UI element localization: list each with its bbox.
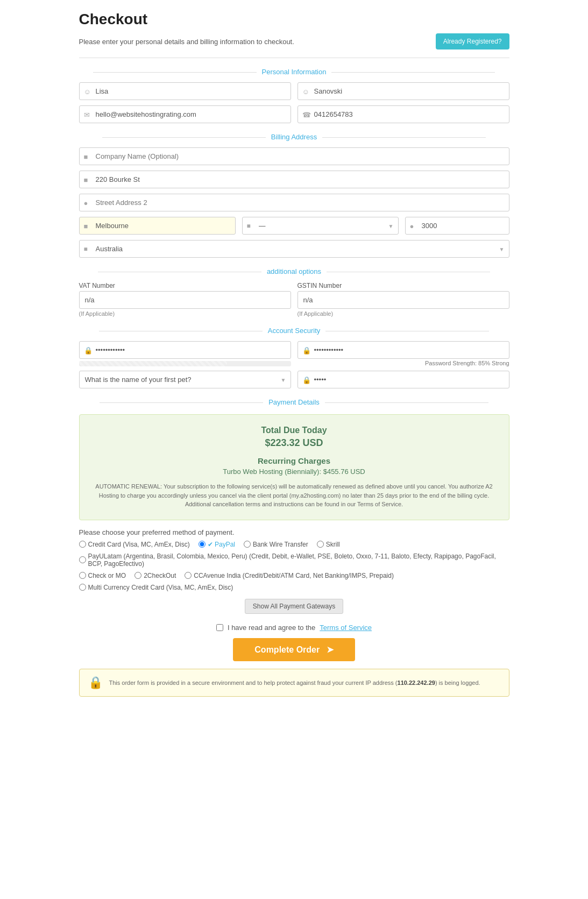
postcode-input[interactable] bbox=[405, 217, 509, 235]
payment-radio-bank-wire[interactable] bbox=[244, 541, 251, 548]
city-input[interactable] bbox=[79, 217, 236, 235]
payment-radio-skrill[interactable] bbox=[317, 541, 324, 548]
payment-radio-paypal[interactable] bbox=[199, 541, 206, 548]
lock-icon-2: 🔒 bbox=[302, 346, 311, 354]
strength-text: Password Strength: 85% Strong bbox=[297, 360, 509, 366]
password-input[interactable] bbox=[79, 341, 291, 359]
user-icon-2: ☺ bbox=[302, 87, 309, 95]
security-answer-group: 🔒 bbox=[297, 371, 509, 388]
payment-option-paypal[interactable]: ✔ PayPal bbox=[199, 541, 235, 548]
phone-input[interactable] bbox=[297, 105, 509, 123]
state-icon: ■ bbox=[247, 222, 251, 230]
company-input[interactable] bbox=[79, 147, 509, 165]
payment-option-cc[interactable]: Credit Card (Visa, MC, AmEx, Disc) bbox=[79, 541, 190, 548]
address-icon: ■ bbox=[84, 175, 88, 183]
arrow-icon: ➤ bbox=[327, 645, 334, 654]
password-col: 🔒 bbox=[79, 341, 291, 366]
security-question-group: What is the name of your first pet? bbox=[79, 371, 291, 388]
state-group: ■ — bbox=[242, 217, 399, 235]
postcode-group: ● bbox=[405, 217, 509, 235]
recurring-label: Recurring Charges bbox=[90, 456, 498, 465]
already-registered-button[interactable]: Already Registered? bbox=[436, 33, 509, 49]
gstin-input[interactable] bbox=[297, 291, 509, 309]
vat-group: VAT Number (If Applicable) bbox=[79, 282, 291, 317]
address2-input[interactable] bbox=[79, 194, 509, 211]
billing-address-section-title: Billing Address bbox=[79, 133, 509, 141]
country-select[interactable]: Australia bbox=[79, 240, 509, 258]
tos-link[interactable]: Terms of Service bbox=[320, 624, 372, 632]
payment-methods-row2: PayULatam (Argentina, Brasil, Colombia, … bbox=[79, 553, 509, 568]
phone-group: ☎ bbox=[297, 105, 509, 123]
payment-details-section-title: Payment Details bbox=[79, 398, 509, 406]
address2-group: ● bbox=[79, 194, 509, 211]
payment-option-2checkout[interactable]: 2CheckOut bbox=[134, 572, 176, 579]
security-answer-input[interactable] bbox=[297, 371, 509, 388]
payment-radio-2checkout[interactable] bbox=[134, 572, 141, 579]
gstin-note: (If Applicable) bbox=[297, 310, 509, 317]
security-footer: 🔒 This order form is provided in a secur… bbox=[79, 669, 509, 697]
confirm-password-input[interactable] bbox=[297, 341, 509, 359]
city-icon: ■ bbox=[84, 222, 88, 230]
email-group: ✉ bbox=[79, 105, 291, 123]
security-notice-text: This order form is provided in a secure … bbox=[109, 679, 480, 686]
city-state-zip-row: ■ ■ — ● bbox=[79, 217, 509, 235]
payment-methods-row1: Credit Card (Visa, MC, AmEx, Disc) ✔ Pay… bbox=[79, 541, 509, 548]
address1-input[interactable] bbox=[79, 171, 509, 188]
auto-renewal-text: AUTOMATIC RENEWAL: Your subscription to … bbox=[90, 482, 498, 509]
address1-group: ■ bbox=[79, 171, 509, 188]
state-select[interactable]: — bbox=[242, 217, 399, 235]
payment-radio-cc[interactable] bbox=[79, 541, 86, 548]
tos-row: I have read and agree to the Terms of Se… bbox=[79, 624, 509, 632]
choose-payment-label: Please choose your preferred method of p… bbox=[79, 528, 509, 536]
strength-fill bbox=[79, 361, 228, 366]
security-question-select[interactable]: What is the name of your first pet? bbox=[79, 371, 291, 388]
payment-methods-row4: Multi Currency Credit Card (Visa, MC, Am… bbox=[79, 584, 509, 591]
postcode-icon: ● bbox=[410, 222, 414, 230]
email-icon: ✉ bbox=[84, 110, 90, 118]
page-title: Checkout bbox=[79, 11, 509, 28]
confirm-password-group: 🔒 bbox=[297, 341, 509, 359]
country-group: ■ Australia bbox=[79, 240, 509, 258]
payment-option-ccavenue[interactable]: CCAvenue India (Credit/Debit/ATM Card, N… bbox=[185, 572, 394, 579]
payment-option-skrill[interactable]: Skrill bbox=[317, 541, 340, 548]
total-due-amount: $223.32 USD bbox=[90, 437, 498, 449]
payment-summary-box: Total Due Today $223.32 USD Recurring Ch… bbox=[79, 414, 509, 520]
gstin-label: GSTIN Number bbox=[297, 282, 509, 289]
country-row: ■ Australia bbox=[79, 240, 509, 258]
lock-icon-3: 🔒 bbox=[302, 376, 311, 384]
building-icon: ■ bbox=[84, 152, 88, 160]
first-name-input[interactable] bbox=[79, 82, 291, 100]
lock-icon: 🔒 bbox=[84, 346, 93, 354]
show-gateways-container: Show All Payment Gateways bbox=[79, 596, 509, 617]
vat-gstin-row: VAT Number (If Applicable) GSTIN Number … bbox=[79, 282, 509, 317]
address1-row: ■ bbox=[79, 171, 509, 188]
additional-options-section-title: additional options bbox=[79, 267, 509, 275]
payment-option-multicurrency[interactable]: Multi Currency Credit Card (Visa, MC, Am… bbox=[79, 584, 233, 591]
payment-radio-ccavenue[interactable] bbox=[185, 572, 192, 579]
show-gateways-button[interactable]: Show All Payment Gateways bbox=[245, 599, 343, 614]
payment-option-payulatam[interactable]: PayULatam (Argentina, Brasil, Colombia, … bbox=[79, 553, 509, 568]
location-icon: ● bbox=[84, 199, 88, 207]
phone-icon: ☎ bbox=[302, 110, 311, 118]
complete-order-button[interactable]: Complete Order ➤ bbox=[233, 638, 355, 661]
last-name-group: ☺ bbox=[297, 82, 509, 100]
personal-info-section-title: Personal Information bbox=[79, 68, 509, 76]
email-input[interactable] bbox=[79, 105, 291, 123]
tos-checkbox[interactable] bbox=[216, 624, 223, 631]
first-name-group: ☺ bbox=[79, 82, 291, 100]
payment-methods-row3: Check or MO 2CheckOut CCAvenue India (Cr… bbox=[79, 572, 509, 579]
strength-bar bbox=[79, 361, 291, 366]
payment-radio-multicurrency[interactable] bbox=[79, 584, 86, 591]
confirm-col: 🔒 Password Strength: 85% Strong bbox=[297, 341, 509, 366]
payment-radio-checkormo[interactable] bbox=[79, 572, 86, 579]
total-due-label: Total Due Today bbox=[90, 426, 498, 435]
payment-option-checkormo[interactable]: Check or MO bbox=[79, 572, 126, 579]
payment-option-bank-wire[interactable]: Bank Wire Transfer bbox=[244, 541, 308, 548]
payment-radio-payulatam[interactable] bbox=[79, 556, 86, 563]
account-security-section-title: Account Security bbox=[79, 327, 509, 335]
last-name-input[interactable] bbox=[297, 82, 509, 100]
password-row: 🔒 🔒 Password Strength: 85% Strong bbox=[79, 341, 509, 366]
country-icon: ■ bbox=[84, 245, 88, 253]
password-group: 🔒 bbox=[79, 341, 291, 359]
vat-input[interactable] bbox=[79, 291, 291, 309]
